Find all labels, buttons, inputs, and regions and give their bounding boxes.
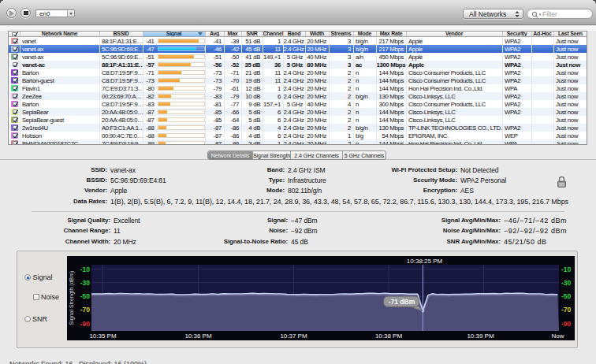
svg-text:-50: -50 [561,292,572,300]
svg-text:10:36 PM: 10:36 PM [184,332,212,340]
svg-text:Now: Now [551,332,564,340]
svg-text:10:35 PM: 10:35 PM [89,332,117,340]
svg-text:-30: -30 [561,279,572,287]
svg-text:-70: -70 [561,306,572,314]
svg-text:10:37 PM: 10:37 PM [280,332,307,340]
svg-text:10:38:25 PM: 10:38:25 PM [406,258,442,265]
svg-text:-50: -50 [80,292,90,300]
svg-text:-90: -90 [80,320,90,328]
svg-text:10:39 PM: 10:39 PM [467,332,494,340]
svg-text:-70: -70 [80,306,90,314]
svg-text:-71 dBm: -71 dBm [388,298,415,306]
svg-text:-30: -30 [80,279,90,287]
svg-text:10:38 PM: 10:38 PM [374,332,402,340]
svg-text:Signal Strength (dBm): Signal Strength (dBm) [69,271,75,325]
svg-text:-90: -90 [561,320,572,328]
svg-text:-10: -10 [561,266,572,273]
svg-text:-10: -10 [80,266,90,273]
